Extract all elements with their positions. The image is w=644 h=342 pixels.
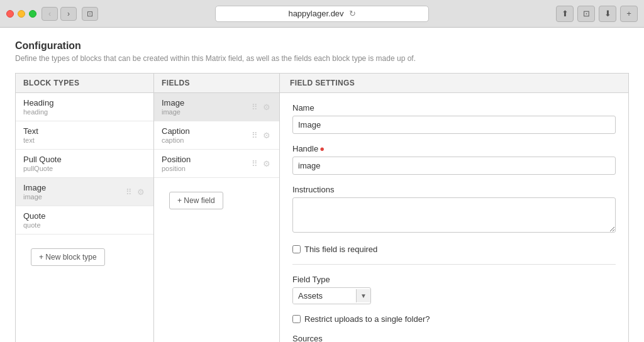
block-item-image-name: Image: [23, 183, 125, 192]
handle-label: Handle●: [292, 144, 616, 153]
block-item-pullquote-handle: pullQuote: [23, 165, 125, 172]
block-item-quote[interactable]: Quote quote: [16, 206, 153, 234]
new-block-type-button[interactable]: + New block type: [31, 248, 105, 266]
block-item-text-handle: text: [23, 136, 125, 144]
browser-chrome: ‹ › ⊡ happylager.dev ↻ ⬆ ⊡ ⬇ +: [0, 0, 644, 28]
name-label: Name: [292, 103, 616, 113]
field-item-caption[interactable]: Caption caption: [154, 121, 279, 150]
main-layout: Block Types Heading heading Text text: [15, 73, 629, 342]
move-icon[interactable]: [125, 101, 133, 113]
new-field-button[interactable]: + New field: [169, 192, 223, 209]
field-item-caption-name: Caption: [162, 126, 250, 136]
field-type-select[interactable]: Assets Plain Text Rich Text Number Date: [293, 288, 356, 304]
fields-panel: Fields Image image Caption caption: [154, 74, 280, 342]
field-item-position-handle: position: [162, 165, 250, 172]
field-item-image-name: Image: [162, 98, 250, 108]
move-icon[interactable]: [250, 101, 259, 113]
block-item-quote-name: Quote: [23, 211, 125, 221]
tab-overview-button[interactable]: ⊡: [82, 7, 98, 21]
gear-icon[interactable]: [136, 214, 146, 226]
field-item-image[interactable]: Image image: [154, 93, 279, 121]
field-type-label: Field Type: [292, 275, 616, 284]
block-item-image[interactable]: Image image: [16, 178, 153, 206]
block-item-quote-handle: quote: [23, 221, 125, 229]
reader-button[interactable]: ⊡: [577, 6, 595, 22]
move-icon[interactable]: [125, 130, 133, 141]
field-settings-body: Name Handle● Instructions This field is …: [280, 93, 628, 342]
page-subtitle: Define the types of blocks that can be c…: [15, 54, 629, 63]
reload-icon[interactable]: ↻: [349, 9, 356, 18]
block-item-image-handle: image: [23, 193, 125, 201]
block-item-text[interactable]: Text text: [16, 121, 153, 150]
gear-icon[interactable]: [262, 130, 272, 141]
gear-icon[interactable]: [262, 101, 272, 113]
name-group: Name: [292, 103, 616, 134]
move-icon[interactable]: [125, 186, 133, 197]
maximize-button[interactable]: [29, 10, 36, 18]
traffic-lights: [6, 10, 36, 18]
download-button[interactable]: ⬇: [599, 6, 616, 22]
close-button[interactable]: [6, 10, 14, 18]
block-item-text-name: Text: [23, 126, 125, 136]
address-bar[interactable]: happylager.dev ↻: [215, 6, 429, 22]
field-item-position[interactable]: Position position: [154, 150, 279, 178]
back-button[interactable]: ‹: [42, 7, 58, 21]
divider: [292, 264, 616, 265]
field-type-group: Field Type Assets Plain Text Rich Text N…: [292, 275, 616, 304]
move-icon[interactable]: [250, 130, 259, 141]
block-types-header: Block Types: [16, 74, 153, 93]
field-settings-header: Field Settings: [280, 74, 628, 93]
sources-group: Sources: [292, 334, 616, 342]
instructions-textarea[interactable]: [292, 197, 616, 233]
block-item-pullquote[interactable]: Pull Quote pullQuote: [16, 150, 153, 178]
required-label[interactable]: This field is required: [304, 245, 377, 254]
handle-group: Handle●: [292, 144, 616, 175]
move-icon[interactable]: [125, 158, 133, 169]
handle-input[interactable]: [292, 157, 616, 175]
field-item-caption-handle: caption: [162, 136, 250, 144]
page-content: Configuration Define the types of blocks…: [0, 28, 644, 342]
move-icon[interactable]: [125, 214, 133, 226]
name-input[interactable]: [292, 116, 616, 134]
gear-icon[interactable]: [136, 101, 146, 113]
restrict-label[interactable]: Restrict uploads to a single folder?: [304, 314, 430, 324]
sources-label: Sources: [292, 334, 616, 342]
block-item-heading-handle: heading: [23, 108, 125, 116]
instructions-group: Instructions: [292, 185, 616, 234]
select-arrow-icon: ▼: [356, 289, 370, 302]
share-button[interactable]: ⬆: [556, 6, 574, 22]
field-settings-panel: Field Settings Name Handle● Instructions: [280, 74, 628, 342]
required-group: This field is required: [292, 245, 616, 254]
block-item-heading[interactable]: Heading heading: [16, 93, 153, 121]
instructions-label: Instructions: [292, 185, 616, 194]
block-item-heading-name: Heading: [23, 98, 125, 108]
minimize-button[interactable]: [18, 10, 25, 18]
url-text: happylager.dev: [288, 9, 343, 18]
field-item-position-name: Position: [162, 155, 250, 164]
restrict-checkbox[interactable]: [292, 315, 301, 323]
required-checkbox[interactable]: [292, 245, 301, 253]
new-tab-button[interactable]: +: [620, 6, 638, 22]
field-type-select-wrapper: Assets Plain Text Rich Text Number Date …: [292, 287, 371, 304]
gear-icon[interactable]: [136, 130, 146, 141]
nav-buttons: ‹ ›: [42, 7, 77, 21]
field-item-image-handle: image: [162, 108, 250, 116]
fields-header: Fields: [154, 74, 279, 93]
block-types-panel: Block Types Heading heading Text text: [16, 74, 154, 342]
gear-icon[interactable]: [262, 158, 272, 169]
gear-icon[interactable]: [136, 158, 146, 169]
move-icon[interactable]: [250, 158, 259, 169]
block-item-pullquote-name: Pull Quote: [23, 155, 125, 164]
restrict-group: Restrict uploads to a single folder?: [292, 314, 616, 324]
gear-icon[interactable]: [136, 186, 146, 197]
page-title: Configuration: [15, 40, 629, 52]
forward-button[interactable]: ›: [60, 7, 77, 21]
